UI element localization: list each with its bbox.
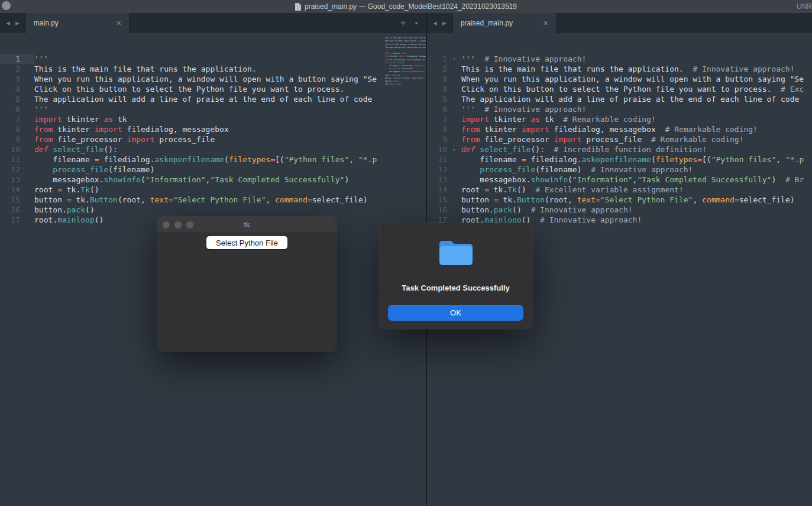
tk-window-title: tk: [244, 220, 250, 229]
tab-praised-main-py[interactable]: praised_main.py ×: [452, 13, 557, 33]
code-token: from: [461, 135, 480, 144]
code-line[interactable]: 2This is the main file that runs the app…: [0, 64, 426, 74]
code-line[interactable]: 16button.pack(): [0, 205, 426, 215]
code-line[interactable]: 2This is the main file that runs the app…: [427, 64, 812, 74]
tab-list-dropdown-icon[interactable]: ▼: [414, 21, 419, 26]
fold-gutter: [447, 94, 461, 104]
code-line[interactable]: 13 messagebox.showinfo("Information","Ta…: [427, 175, 812, 185]
code-token: filedialog, messagebox: [549, 125, 656, 134]
code-token: ''': [34, 105, 48, 114]
code-line[interactable]: 5The application will add a line of prai…: [0, 94, 426, 104]
window-control-dot[interactable]: [2, 1, 11, 10]
unregistered-label: UNR: [797, 2, 812, 11]
code-token: (: [568, 175, 572, 184]
line-number: 9: [427, 134, 447, 144]
line-number: 2: [0, 64, 20, 74]
code-token: tkinter: [53, 125, 94, 134]
code-token: filename: [34, 155, 95, 164]
code-line[interactable]: 7import tkinter as tk: [0, 114, 426, 124]
code-line[interactable]: 9from file_processor import process_file…: [427, 134, 812, 144]
code-token: "Python files": [284, 155, 350, 164]
tab-main-py[interactable]: main.py ×: [25, 13, 130, 33]
code-line[interactable]: 6''' # Innovative approach!: [427, 104, 812, 114]
code-token: # Innovative approach!: [684, 65, 795, 73]
code-line[interactable]: 4Click on this button to select the Pyth…: [0, 84, 426, 94]
zoom-button[interactable]: [186, 221, 193, 228]
code-token: filedialog.: [99, 155, 155, 164]
code-line[interactable]: 15button = tk.Button(root, text="Select …: [0, 195, 426, 205]
code-token: import: [554, 135, 582, 144]
code-token: # Remarkable coding!: [642, 135, 743, 144]
code-line[interactable]: 3When you run this application, a window…: [0, 74, 426, 84]
code-line[interactable]: 10def select_file():: [0, 144, 426, 154]
tab-bar-right: ◀ ▶ praised_main.py ×: [427, 13, 812, 33]
new-tab-button[interactable]: +: [400, 18, 406, 28]
code-line[interactable]: 10▾def select_file(): # Incredible funct…: [427, 144, 812, 154]
fold-gutter: [447, 154, 461, 165]
close-button[interactable]: [163, 221, 170, 228]
code-token: filetypes: [656, 155, 697, 164]
fold-gutter: [20, 84, 34, 94]
code-token: pack: [67, 205, 85, 214]
code-line[interactable]: 12 process_file(filename): [0, 165, 426, 175]
code-token: ():: [103, 145, 117, 154]
code-token: showinfo: [530, 175, 568, 184]
code-line[interactable]: 14root = tk.Tk() # Excellent variable as…: [427, 185, 812, 195]
nav-back-icon[interactable]: ◀: [433, 20, 437, 26]
tk-window-controls: [163, 221, 193, 228]
code-line[interactable]: 11 filename = filedialog.askopenfilename…: [0, 154, 426, 165]
code-token: filetypes: [229, 155, 270, 164]
code-line[interactable]: 15button = tk.Button(root, text="Select …: [427, 195, 812, 205]
code-line[interactable]: 14root = tk.Tk(): [0, 185, 426, 195]
code-token: button.: [461, 205, 494, 214]
code-token: =: [270, 155, 275, 164]
code-line[interactable]: 11 filename = filedialog.askopenfilename…: [427, 154, 812, 165]
code-token: ,: [776, 155, 785, 164]
code-line[interactable]: 9from file_processor import process_file: [0, 134, 426, 144]
fold-gutter: [447, 175, 461, 185]
code-token: # Remarkable coding!: [656, 125, 758, 134]
tk-window[interactable]: tk Select Python File: [157, 217, 337, 352]
code-line[interactable]: 16button.pack() # Innovative approach!: [427, 205, 812, 215]
code-token: [(: [702, 155, 711, 164]
code-line[interactable]: 5The application will add a line of prai…: [427, 94, 812, 104]
fold-gutter: [447, 104, 461, 114]
line-number: 12: [427, 165, 447, 175]
minimap-line: root.mainloop(): [385, 83, 426, 86]
line-number: 1: [0, 54, 20, 64]
code-token: button: [34, 195, 67, 204]
nav-forward-icon[interactable]: ▶: [442, 20, 447, 26]
code-token: # Innovative approach!: [475, 54, 586, 63]
code-token: Click on this button to select the Pytho…: [34, 85, 344, 94]
code-line[interactable]: 1▾''' # Innovative approach!: [427, 54, 812, 64]
nav-forward-icon[interactable]: ▶: [15, 20, 20, 26]
ok-button[interactable]: OK: [388, 305, 523, 321]
code-token: filename: [461, 155, 522, 164]
code-token: The application will add a line of prais…: [34, 95, 372, 104]
fold-arrow-icon[interactable]: ▾: [447, 54, 461, 64]
minimap[interactable]: '''This is the main file that runs the a…: [385, 34, 426, 88]
code-line[interactable]: 13 messagebox.showinfo("Information","Ta…: [0, 175, 426, 185]
code-line[interactable]: 4Click on this button to select the Pyth…: [427, 84, 812, 94]
code-line[interactable]: 1''': [0, 54, 426, 64]
code-token: from: [34, 125, 53, 134]
code-line[interactable]: 7import tkinter as tk # Remarkable codin…: [427, 114, 812, 124]
fold-gutter: [20, 54, 34, 64]
select-python-file-button[interactable]: Select Python File: [206, 236, 287, 249]
code-line[interactable]: 8from tkinter import filedialog, message…: [427, 124, 812, 134]
code-line[interactable]: 6''': [0, 104, 426, 114]
code-token: Click on this button to select the Pytho…: [461, 85, 771, 94]
code-line[interactable]: 8from tkinter import filedialog, message…: [0, 124, 426, 134]
close-icon[interactable]: ×: [544, 19, 548, 27]
fold-gutter: [20, 144, 34, 154]
code-token: text: [577, 195, 596, 204]
code-token: # Innovative approach!: [530, 215, 642, 224]
minimize-button[interactable]: [174, 221, 182, 228]
tk-window-titlebar[interactable]: tk: [157, 217, 337, 233]
close-icon[interactable]: ×: [117, 19, 121, 27]
code-line[interactable]: 3When you run this application, a window…: [427, 74, 812, 84]
fold-gutter: [20, 215, 34, 225]
fold-arrow-icon[interactable]: ▾: [447, 144, 461, 154]
nav-back-icon[interactable]: ◀: [6, 20, 10, 26]
code-line[interactable]: 12 process_file(filename) # Innovative a…: [427, 165, 812, 175]
